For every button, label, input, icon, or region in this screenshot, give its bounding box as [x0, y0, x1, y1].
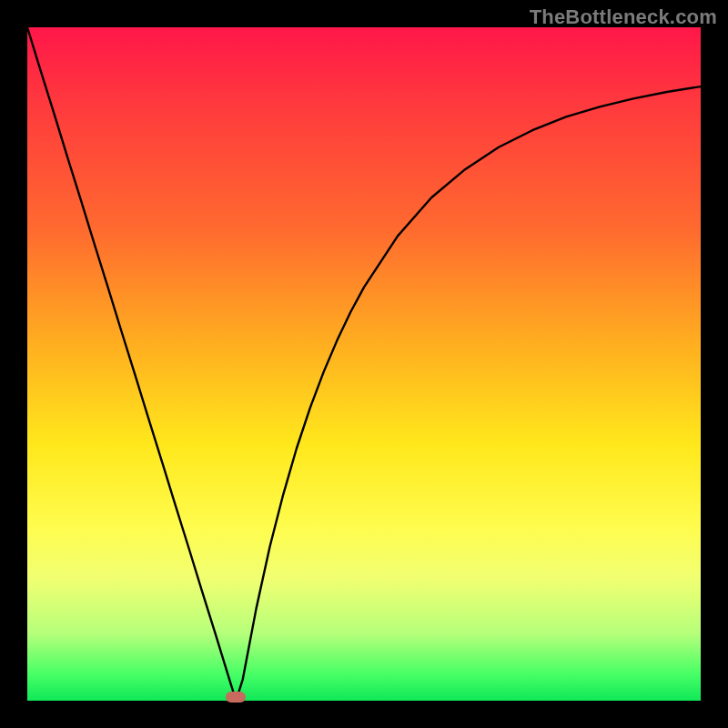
watermark-label: TheBottleneck.com: [530, 5, 717, 29]
bottleneck-curve: [27, 27, 701, 701]
plot-area: [27, 27, 701, 701]
chart-frame: TheBottleneck.com: [0, 0, 728, 728]
minimum-marker: [226, 692, 246, 703]
